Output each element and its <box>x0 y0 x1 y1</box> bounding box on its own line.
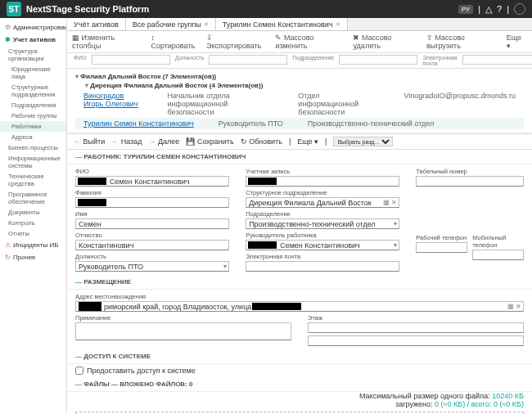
worker-link[interactable]: Виноградов Игорь Олегович <box>83 92 143 116</box>
sidebar-sub[interactable]: Адреса <box>0 132 66 142</box>
sidebar-soft[interactable]: Программное обеспечение <box>0 189 66 207</box>
help-icon[interactable]: ? <box>497 4 502 14</box>
mass-delete-button[interactable]: ✖ Массово удалить <box>353 34 420 50</box>
label-note: Примечание <box>75 314 291 322</box>
sidebar-sub[interactable]: Подразделения <box>0 100 66 110</box>
sidebar-sub[interactable]: Юридические лица <box>0 64 66 82</box>
label-tab: Табельный номер <box>416 168 524 175</box>
mass-upload-button[interactable]: ⇧ Массово выгрузить <box>426 34 500 50</box>
filter-label: ФИО <box>72 55 88 66</box>
lookup-icon[interactable]: ▦ ✕ <box>507 303 521 310</box>
input-mgr[interactable]: Семен Константинович▾ <box>246 240 399 250</box>
worker-link[interactable]: Турилин Семен Константинович <box>83 119 194 128</box>
filter-label: Подразделение <box>291 55 336 66</box>
label-addr: Адрес местонахождения <box>75 293 524 300</box>
label-email: Электронная почта <box>246 253 399 260</box>
file-size-note: Максимальный размер одного файла: 10240 … <box>67 392 532 408</box>
tab-worker[interactable]: Турилин Семен Константинович✕ <box>216 18 348 30</box>
input-floor[interactable] <box>308 322 524 333</box>
label-mphone: Мобильный телефон <box>472 234 524 249</box>
sidebar-biz[interactable]: Бизнес-процессы <box>0 142 66 153</box>
input-mphone[interactable] <box>472 250 524 260</box>
worker-pos: Руководитель ПТО <box>219 119 283 128</box>
label-fio: ФИО <box>75 168 229 175</box>
worker-dep: Отдел информационной безопасности <box>298 92 379 116</box>
input-note[interactable] <box>75 322 291 340</box>
refresh-button[interactable]: ↻ Обновить <box>241 137 282 146</box>
divider-icon: | <box>507 4 509 14</box>
tab-assets[interactable]: Учёт активов <box>67 18 126 30</box>
label-access: Предоставить доступ к системе <box>87 367 196 375</box>
worker-email: VinogradoIO@propusc.dmonds.ru <box>404 92 516 116</box>
label-dep: Подразделение <box>246 210 399 218</box>
lang-badge[interactable]: РУ <box>458 5 473 14</box>
sidebar-sub-active[interactable]: Работники <box>0 121 66 132</box>
chevron-down-icon[interactable]: ▾ <box>394 220 397 227</box>
input-addr[interactable]: риморский край, город Владивосток, улица… <box>75 301 524 312</box>
input-name[interactable]: Семен <box>75 218 229 229</box>
filter-pos[interactable] <box>209 55 287 65</box>
label-acct: Учетная запись <box>246 168 399 175</box>
sidebar-incidents[interactable]: Инциденты ИБ <box>0 239 66 251</box>
close-icon[interactable]: ✕ <box>336 21 340 28</box>
section-select[interactable]: Выбрать разд... <box>333 137 393 146</box>
exit-button[interactable]: ← Выйти <box>74 137 105 146</box>
back-button[interactable]: ← Назад <box>111 137 142 146</box>
worker-pos: Начальник отдела информационной безопасн… <box>168 92 274 116</box>
sidebar-assets[interactable]: Учет активов <box>0 34 66 46</box>
tree-branch[interactable]: Дирекция Филиала Дальний Восток (4 Элеме… <box>75 81 524 90</box>
sidebar-sub[interactable]: Структурные подразделения <box>0 82 66 100</box>
divider: | <box>325 137 327 146</box>
input-acct[interactable] <box>246 176 399 187</box>
export-button[interactable]: ⇩ Экспортировать <box>206 34 268 50</box>
mass-change-button[interactable]: ✎ Массово изменить <box>275 34 346 50</box>
user-avatar[interactable] <box>514 3 525 15</box>
lookup-icon[interactable]: ▦ ✕ <box>383 199 397 206</box>
sidebar-rep[interactable]: Отчеты <box>0 228 66 239</box>
filter-dep[interactable] <box>339 55 417 65</box>
app-title: NextSTage Security Platform <box>26 4 458 14</box>
cols-button[interactable]: ▦ Изменить столбцы <box>72 34 144 50</box>
forward-button[interactable]: → Далее <box>148 137 179 146</box>
sort-button[interactable]: ↕ Сортировать <box>151 34 200 50</box>
save-button[interactable]: 💾 Сохранить <box>186 137 233 146</box>
input-fio[interactable]: Семен Константинович <box>75 176 229 187</box>
bell-icon[interactable]: △ <box>485 4 492 15</box>
more-button[interactable]: Еще ▾ <box>297 137 318 146</box>
input-pos[interactable]: Руководитель ПТО▾ <box>75 261 229 272</box>
tab-groups[interactable]: Все рабочие группы✕ <box>126 18 216 30</box>
sidebar-sub[interactable]: Рабочие группы <box>0 110 66 121</box>
filter-email[interactable] <box>462 55 532 65</box>
section-access: ДОСТУП К СИСТЕМЕ <box>67 349 532 364</box>
sidebar-sub[interactable]: Структура организации <box>0 46 66 64</box>
input-patr[interactable]: Константинович <box>75 240 229 250</box>
chevron-down-icon[interactable]: ▾ <box>394 241 397 249</box>
more-button[interactable]: Еще ▾ <box>507 34 527 50</box>
sidebar-ctrl[interactable]: Контроль <box>0 218 66 228</box>
chevron-down-icon[interactable]: ▾ <box>223 263 227 270</box>
sidebar-docs[interactable]: Документы <box>0 207 66 218</box>
input-dep[interactable]: Производственно-технический отдел▾ <box>246 218 399 229</box>
input-wphone[interactable] <box>416 242 467 253</box>
input-email[interactable] <box>246 261 399 272</box>
filter-label: Должность <box>174 55 205 66</box>
label-pos: Должность <box>75 253 229 260</box>
sidebar-admin[interactable]: Администрирование <box>0 21 66 34</box>
sidebar-info[interactable]: Информационные системы <box>0 153 66 171</box>
input-fam[interactable] <box>75 197 229 208</box>
checkbox-access[interactable] <box>75 367 83 375</box>
section-location: РАЗМЕЩЕНИЕ <box>67 275 532 290</box>
label-patr: Отчество <box>75 232 229 239</box>
sidebar-other[interactable]: Прочее <box>0 251 66 263</box>
sidebar-tech[interactable]: Технические средства <box>0 171 66 189</box>
app-logo: ST <box>7 2 21 16</box>
input-tab[interactable] <box>416 176 524 187</box>
label-struct: Структурное подразделение <box>246 189 399 196</box>
input-floor2[interactable] <box>308 335 524 346</box>
filter-fio[interactable] <box>92 55 170 65</box>
close-icon[interactable]: ✕ <box>204 21 209 28</box>
label-fam: Фамилия <box>75 189 229 196</box>
label-wphone: Рабочий телефон <box>416 234 467 241</box>
input-struct[interactable]: Дирекция Филиала Дальний Восток▦ ✕ <box>246 197 399 208</box>
tree-branch[interactable]: Филиал Дальний Восток (7 Элемента(ов)) <box>75 72 524 81</box>
